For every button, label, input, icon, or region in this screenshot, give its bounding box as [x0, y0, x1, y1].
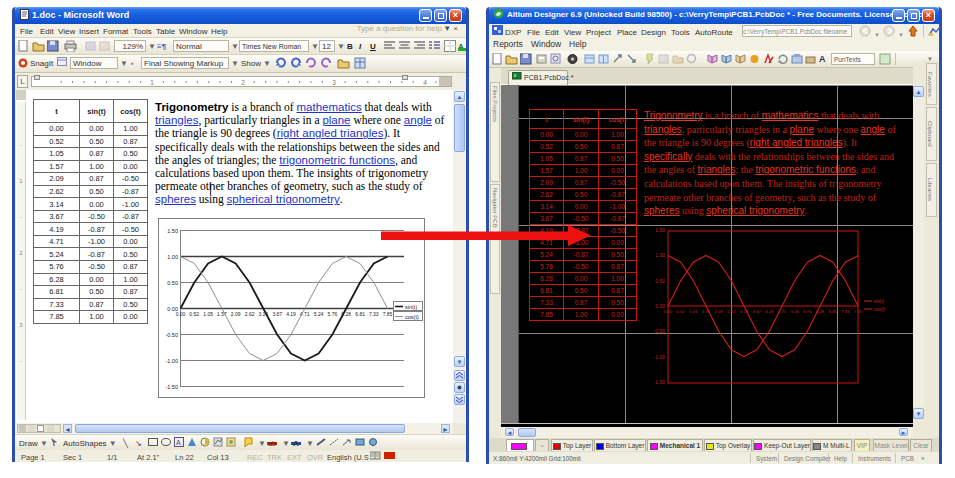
svg-text:7.33: 7.33 — [369, 311, 379, 317]
svg-text:-1.50: -1.50 — [165, 384, 178, 390]
svg-text:-1.00: -1.00 — [165, 358, 178, 364]
svg-text:cos(t): cos(t) — [874, 307, 886, 312]
svg-text:sin(t): sin(t) — [405, 304, 417, 310]
svg-text:4.19: 4.19 — [765, 309, 774, 314]
svg-text:-1.50: -1.50 — [654, 379, 666, 385]
svg-text:0.00: 0.00 — [664, 309, 673, 314]
svg-text:A: A — [176, 439, 181, 446]
svg-text:0.00: 0.00 — [176, 311, 186, 317]
svg-text:2.09: 2.09 — [231, 311, 241, 317]
svg-text:3: 3 — [332, 79, 336, 86]
svg-text:2: 2 — [241, 79, 245, 86]
svg-text:3.67: 3.67 — [272, 311, 282, 317]
svg-text:5.76: 5.76 — [328, 311, 338, 317]
svg-text:-1.00: -1.00 — [654, 354, 666, 360]
svg-text:5.24: 5.24 — [791, 309, 800, 314]
svg-text:6.81: 6.81 — [355, 311, 365, 317]
svg-text:3.67: 3.67 — [753, 309, 762, 314]
svg-text:1.05: 1.05 — [689, 309, 698, 314]
svg-text:-0.50: -0.50 — [165, 332, 178, 338]
svg-text:2.09: 2.09 — [715, 309, 724, 314]
svg-text:2.62: 2.62 — [727, 309, 736, 314]
svg-text:1.50: 1.50 — [167, 228, 178, 234]
svg-text:7.33: 7.33 — [841, 309, 850, 314]
svg-text:1.00: 1.00 — [655, 252, 665, 258]
svg-text:4: 4 — [423, 79, 427, 86]
svg-text:7.85: 7.85 — [854, 309, 863, 314]
svg-text:-0.50: -0.50 — [654, 328, 666, 334]
svg-text:5.24: 5.24 — [314, 311, 324, 317]
svg-text:6.81: 6.81 — [829, 309, 838, 314]
svg-text:0.52: 0.52 — [677, 309, 686, 314]
svg-text:0.52: 0.52 — [189, 311, 199, 317]
svg-text:0.50: 0.50 — [167, 280, 178, 286]
svg-text:1.00: 1.00 — [167, 254, 178, 260]
svg-text:cos(t): cos(t) — [405, 314, 419, 320]
svg-text:7.85: 7.85 — [383, 311, 393, 317]
svg-text:1.50: 1.50 — [655, 227, 665, 233]
svg-text:2.62: 2.62 — [245, 311, 255, 317]
svg-text:4.19: 4.19 — [286, 311, 296, 317]
svg-text:1.05: 1.05 — [203, 311, 213, 317]
svg-text:sin(t): sin(t) — [874, 299, 885, 304]
svg-text:0.50: 0.50 — [655, 278, 665, 284]
svg-text:5.76: 5.76 — [803, 309, 812, 314]
svg-text:1: 1 — [150, 79, 154, 86]
